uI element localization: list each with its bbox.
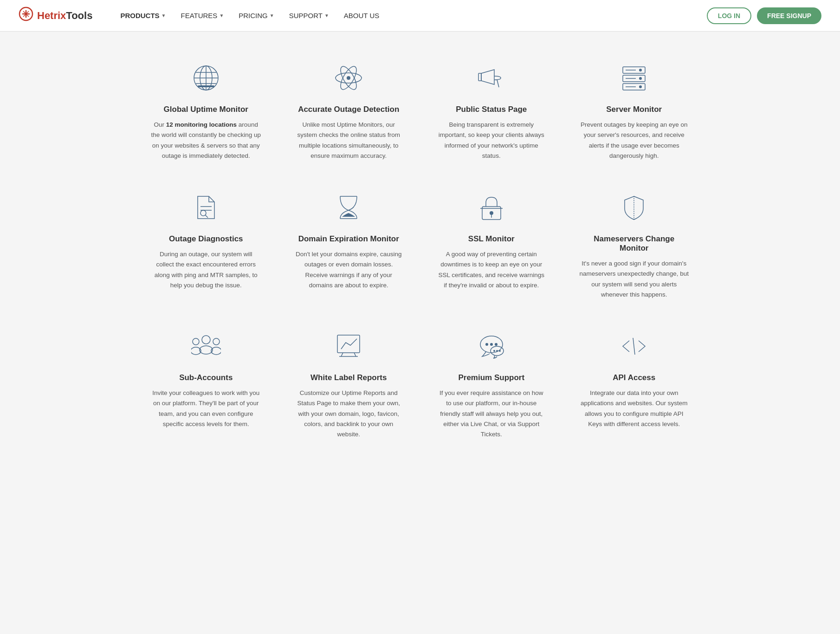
nav-features[interactable]: FEATURES ▼	[181, 12, 224, 19]
svg-point-34	[200, 346, 213, 354]
nav-right: LOG IN FREE SIGNUP	[707, 7, 821, 24]
svg-line-13	[497, 80, 499, 87]
search-doc-icon	[151, 189, 261, 226]
svg-point-35	[193, 338, 199, 345]
nav-products[interactable]: PRODUCTS ▼	[120, 12, 166, 19]
feature-desc-white-label: Customize our Uptime Reports and Status …	[294, 388, 404, 440]
feature-card-sub-accounts: Sub-AccountsInvite your colleagues to wo…	[142, 323, 271, 444]
chat-icon	[436, 328, 547, 365]
feature-card-api-access: API AccessIntegrate our data into your o…	[570, 323, 699, 444]
main-content: Global Uptime MonitorOur 12 monitoring l…	[0, 32, 840, 467]
svg-line-26	[205, 215, 208, 218]
feature-desc-outage-detection: Unlike most Uptime Monitors, our system …	[294, 120, 404, 161]
features-grid: Global Uptime MonitorOur 12 monitoring l…	[142, 55, 698, 444]
svg-point-44	[485, 343, 488, 346]
svg-point-30	[490, 211, 493, 215]
globe-icon	[151, 59, 261, 97]
feature-desc-status-page: Being transparent is extremely important…	[436, 120, 547, 161]
feature-card-global-uptime: Global Uptime MonitorOur 12 monitoring l…	[142, 55, 271, 166]
feature-desc-api-access: Integrate our data into your own applica…	[579, 388, 690, 429]
svg-point-11	[347, 76, 350, 80]
svg-line-40	[341, 353, 343, 356]
feature-title-white-label: White Label Reports	[294, 373, 404, 382]
feature-desc-premium-support: If you ever require assistance on how to…	[436, 388, 547, 440]
feature-desc-outage-diagnostics: During an outage, our system will collec…	[151, 249, 261, 291]
feature-card-ssl-monitor: SSL MonitorA good way of preventing cert…	[427, 184, 556, 304]
feature-desc-nameservers: It's never a good sign if your domain's …	[579, 259, 690, 300]
lock-icon	[436, 189, 547, 226]
megaphone-icon	[436, 59, 547, 97]
products-caret: ▼	[162, 13, 166, 18]
chart-icon	[294, 328, 404, 365]
logo-text: HetrixTools	[37, 10, 92, 22]
logo[interactable]: HetrixTools	[19, 6, 92, 25]
svg-point-37	[213, 338, 220, 345]
code-icon	[579, 328, 690, 365]
feature-card-premium-support: Premium SupportIf you ever require assis…	[427, 323, 556, 444]
svg-point-33	[202, 336, 210, 344]
feature-card-domain-expiration: Domain Expiration MonitorDon't let your …	[284, 184, 414, 304]
svg-line-51	[633, 338, 635, 355]
svg-point-48	[493, 350, 495, 352]
feature-title-status-page: Public Status Page	[436, 105, 547, 114]
feature-title-global-uptime: Global Uptime Monitor	[151, 105, 261, 114]
svg-rect-12	[478, 73, 481, 81]
signup-button[interactable]: FREE SIGNUP	[757, 7, 821, 24]
atom-icon	[294, 59, 404, 97]
svg-point-18	[639, 77, 642, 80]
feature-card-white-label: White Label ReportsCustomize our Uptime …	[284, 323, 414, 444]
feature-title-api-access: API Access	[579, 373, 690, 382]
support-caret: ▼	[324, 13, 329, 18]
feature-desc-server-monitor: Prevent outages by keeping an eye on you…	[579, 120, 690, 161]
feature-card-outage-detection: Accurate Outage DetectionUnlike most Upt…	[284, 55, 414, 166]
svg-point-17	[639, 69, 642, 71]
feature-desc-domain-expiration: Don't let your domains expire, causing o…	[294, 249, 404, 291]
svg-point-50	[499, 350, 501, 352]
login-button[interactable]: LOG IN	[707, 7, 751, 24]
feature-title-nameservers: Nameservers Change Monitor	[579, 234, 690, 253]
pricing-caret: ▼	[270, 13, 274, 18]
nav-links: PRODUCTS ▼ FEATURES ▼ PRICING ▼ SUPPORT …	[120, 12, 706, 19]
feature-card-nameservers: Nameservers Change MonitorIt's never a g…	[570, 184, 699, 304]
feature-desc-ssl-monitor: A good way of preventing certain downtim…	[436, 249, 547, 291]
feature-title-domain-expiration: Domain Expiration Monitor	[294, 234, 404, 244]
feature-card-status-page: Public Status PageBeing transparent is e…	[427, 55, 556, 166]
feature-card-server-monitor: Server MonitorPrevent outages by keeping…	[570, 55, 699, 166]
feature-title-premium-support: Premium Support	[436, 373, 547, 382]
hourglass-icon	[294, 189, 404, 226]
nav-about[interactable]: ABOUT US	[344, 12, 379, 19]
feature-title-outage-diagnostics: Outage Diagnostics	[151, 234, 261, 244]
logo-icon	[19, 6, 33, 25]
navbar: HetrixTools PRODUCTS ▼ FEATURES ▼ PRICIN…	[0, 0, 840, 32]
shield-icon	[579, 189, 690, 226]
feature-title-ssl-monitor: SSL Monitor	[436, 234, 547, 244]
features-caret: ▼	[219, 13, 224, 18]
feature-desc-global-uptime: Our 12 monitoring locations around the w…	[151, 120, 261, 161]
svg-point-49	[496, 350, 498, 352]
svg-rect-7	[198, 85, 214, 87]
feature-title-server-monitor: Server Monitor	[579, 105, 690, 114]
feature-card-outage-diagnostics: Outage DiagnosticsDuring an outage, our …	[142, 184, 271, 304]
group-icon	[151, 328, 261, 365]
svg-line-41	[354, 353, 356, 356]
feature-desc-sub-accounts: Invite your colleagues to work with you …	[151, 388, 261, 429]
svg-point-46	[495, 343, 498, 346]
server-icon	[579, 59, 690, 97]
nav-pricing[interactable]: PRICING ▼	[239, 12, 274, 19]
nav-support[interactable]: SUPPORT ▼	[289, 12, 329, 19]
feature-title-outage-detection: Accurate Outage Detection	[294, 105, 404, 114]
svg-point-19	[639, 85, 642, 88]
svg-point-45	[490, 343, 493, 346]
feature-title-sub-accounts: Sub-Accounts	[151, 373, 261, 382]
